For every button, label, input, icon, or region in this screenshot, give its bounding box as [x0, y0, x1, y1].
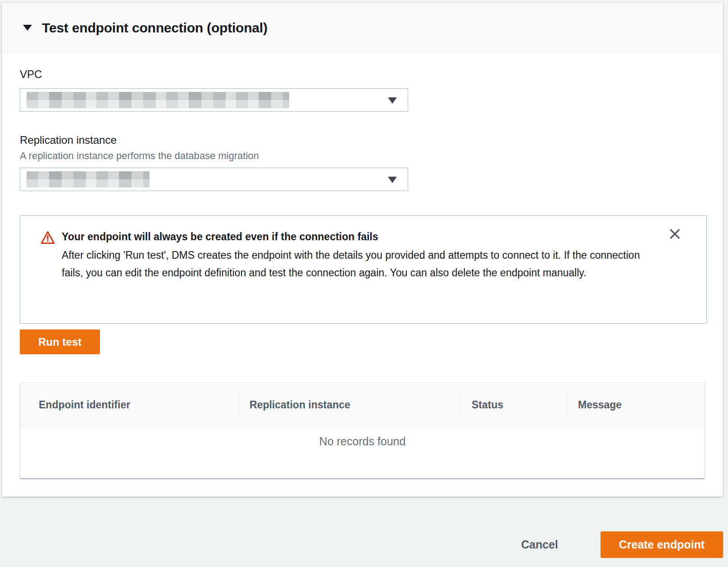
column-header-message: Message — [567, 399, 705, 411]
vpc-redacted-value — [27, 92, 289, 108]
run-test-button[interactable]: Run test — [20, 329, 100, 354]
test-endpoint-section-card: Test endpoint connection (optional) VPC … — [2, 3, 723, 497]
collapse-triangle-icon — [23, 25, 32, 31]
warning-triangle-icon — [41, 230, 55, 323]
vpc-select[interactable] — [20, 88, 408, 112]
cancel-button[interactable]: Cancel — [519, 538, 561, 552]
table-header-row: Endpoint identifier Replication instance… — [20, 383, 705, 428]
warning-alert: Your endpoint will always be created eve… — [20, 215, 707, 324]
section-expander[interactable]: Test endpoint connection (optional) — [2, 3, 723, 53]
chevron-down-icon — [388, 97, 397, 104]
replication-instance-label: Replication instance — [20, 133, 707, 147]
replication-redacted-value — [27, 171, 150, 187]
section-body: VPC Replication instance A replication i… — [2, 68, 723, 479]
empty-state-message: No records found — [20, 428, 705, 448]
create-endpoint-button[interactable]: Create endpoint — [601, 531, 723, 558]
alert-close-button[interactable] — [667, 226, 683, 242]
alert-content: Your endpoint will always be created eve… — [62, 229, 647, 323]
column-header-status: Status — [461, 399, 567, 411]
table-body: No records found — [20, 428, 705, 478]
column-header-endpoint-identifier: Endpoint identifier — [20, 399, 239, 411]
alert-title: Your endpoint will always be created eve… — [62, 229, 647, 244]
form-actions-footer: Cancel Create endpoint — [519, 531, 723, 558]
chevron-down-icon — [388, 177, 397, 183]
replication-instance-description: A replication instance performs the data… — [20, 150, 707, 162]
section-title: Test endpoint connection (optional) — [42, 20, 268, 36]
column-header-replication-instance: Replication instance — [239, 399, 461, 411]
connection-results-table: Endpoint identifier Replication instance… — [20, 382, 705, 479]
vpc-label: VPC — [20, 68, 707, 81]
alert-body: After clicking 'Run test', DMS creates t… — [62, 247, 647, 282]
close-icon — [668, 227, 682, 241]
replication-instance-select[interactable] — [20, 168, 408, 191]
